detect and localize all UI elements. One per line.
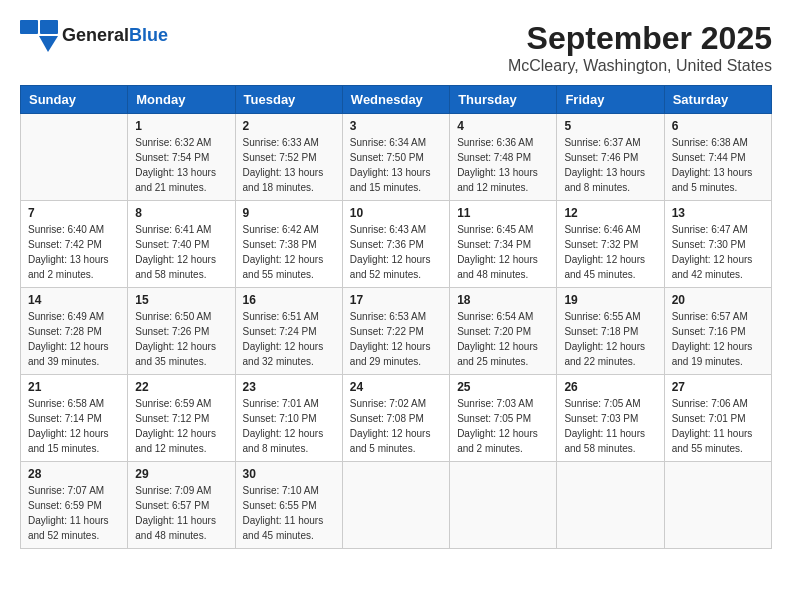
calendar-cell (21, 114, 128, 201)
calendar-cell (557, 462, 664, 549)
day-number: 8 (135, 206, 227, 220)
calendar-cell (450, 462, 557, 549)
calendar-cell: 11Sunrise: 6:45 AM Sunset: 7:34 PM Dayli… (450, 201, 557, 288)
day-header-monday: Monday (128, 86, 235, 114)
day-number: 28 (28, 467, 120, 481)
calendar-cell: 29Sunrise: 7:09 AM Sunset: 6:57 PM Dayli… (128, 462, 235, 549)
calendar-cell: 13Sunrise: 6:47 AM Sunset: 7:30 PM Dayli… (664, 201, 771, 288)
day-info: Sunrise: 6:46 AM Sunset: 7:32 PM Dayligh… (564, 222, 656, 282)
day-info: Sunrise: 6:58 AM Sunset: 7:14 PM Dayligh… (28, 396, 120, 456)
day-info: Sunrise: 7:05 AM Sunset: 7:03 PM Dayligh… (564, 396, 656, 456)
calendar-cell: 28Sunrise: 7:07 AM Sunset: 6:59 PM Dayli… (21, 462, 128, 549)
day-number: 3 (350, 119, 442, 133)
day-info: Sunrise: 7:06 AM Sunset: 7:01 PM Dayligh… (672, 396, 764, 456)
calendar-cell: 19Sunrise: 6:55 AM Sunset: 7:18 PM Dayli… (557, 288, 664, 375)
day-info: Sunrise: 6:32 AM Sunset: 7:54 PM Dayligh… (135, 135, 227, 195)
day-number: 7 (28, 206, 120, 220)
svg-rect-0 (20, 20, 38, 34)
day-number: 5 (564, 119, 656, 133)
day-info: Sunrise: 6:55 AM Sunset: 7:18 PM Dayligh… (564, 309, 656, 369)
day-number: 18 (457, 293, 549, 307)
day-info: Sunrise: 6:37 AM Sunset: 7:46 PM Dayligh… (564, 135, 656, 195)
day-header-friday: Friday (557, 86, 664, 114)
calendar-cell: 16Sunrise: 6:51 AM Sunset: 7:24 PM Dayli… (235, 288, 342, 375)
calendar-week-row: 7Sunrise: 6:40 AM Sunset: 7:42 PM Daylig… (21, 201, 772, 288)
calendar-cell: 24Sunrise: 7:02 AM Sunset: 7:08 PM Dayli… (342, 375, 449, 462)
page-header: GeneralBlue September 2025 McCleary, Was… (20, 20, 772, 75)
calendar-cell: 5Sunrise: 6:37 AM Sunset: 7:46 PM Daylig… (557, 114, 664, 201)
days-header-row: SundayMondayTuesdayWednesdayThursdayFrid… (21, 86, 772, 114)
day-number: 14 (28, 293, 120, 307)
day-info: Sunrise: 7:07 AM Sunset: 6:59 PM Dayligh… (28, 483, 120, 543)
calendar-cell: 15Sunrise: 6:50 AM Sunset: 7:26 PM Dayli… (128, 288, 235, 375)
calendar-cell: 1Sunrise: 6:32 AM Sunset: 7:54 PM Daylig… (128, 114, 235, 201)
day-info: Sunrise: 7:01 AM Sunset: 7:10 PM Dayligh… (243, 396, 335, 456)
day-info: Sunrise: 6:47 AM Sunset: 7:30 PM Dayligh… (672, 222, 764, 282)
day-number: 1 (135, 119, 227, 133)
day-number: 11 (457, 206, 549, 220)
calendar-subtitle: McCleary, Washington, United States (508, 57, 772, 75)
logo-general-text: General (62, 25, 129, 45)
day-number: 23 (243, 380, 335, 394)
calendar-header: SundayMondayTuesdayWednesdayThursdayFrid… (21, 86, 772, 114)
logo-blue-text: Blue (129, 25, 168, 45)
calendar-cell: 9Sunrise: 6:42 AM Sunset: 7:38 PM Daylig… (235, 201, 342, 288)
day-header-wednesday: Wednesday (342, 86, 449, 114)
day-info: Sunrise: 6:36 AM Sunset: 7:48 PM Dayligh… (457, 135, 549, 195)
calendar-week-row: 1Sunrise: 6:32 AM Sunset: 7:54 PM Daylig… (21, 114, 772, 201)
calendar-cell: 10Sunrise: 6:43 AM Sunset: 7:36 PM Dayli… (342, 201, 449, 288)
calendar-cell: 8Sunrise: 6:41 AM Sunset: 7:40 PM Daylig… (128, 201, 235, 288)
day-header-saturday: Saturday (664, 86, 771, 114)
day-number: 2 (243, 119, 335, 133)
day-header-thursday: Thursday (450, 86, 557, 114)
day-info: Sunrise: 6:59 AM Sunset: 7:12 PM Dayligh… (135, 396, 227, 456)
day-number: 16 (243, 293, 335, 307)
day-info: Sunrise: 6:54 AM Sunset: 7:20 PM Dayligh… (457, 309, 549, 369)
day-number: 10 (350, 206, 442, 220)
calendar-cell (664, 462, 771, 549)
day-info: Sunrise: 6:53 AM Sunset: 7:22 PM Dayligh… (350, 309, 442, 369)
day-info: Sunrise: 6:42 AM Sunset: 7:38 PM Dayligh… (243, 222, 335, 282)
calendar-week-row: 14Sunrise: 6:49 AM Sunset: 7:28 PM Dayli… (21, 288, 772, 375)
calendar-cell: 27Sunrise: 7:06 AM Sunset: 7:01 PM Dayli… (664, 375, 771, 462)
calendar-cell: 4Sunrise: 6:36 AM Sunset: 7:48 PM Daylig… (450, 114, 557, 201)
calendar-cell: 2Sunrise: 6:33 AM Sunset: 7:52 PM Daylig… (235, 114, 342, 201)
day-info: Sunrise: 6:40 AM Sunset: 7:42 PM Dayligh… (28, 222, 120, 282)
calendar-cell: 26Sunrise: 7:05 AM Sunset: 7:03 PM Dayli… (557, 375, 664, 462)
day-info: Sunrise: 6:45 AM Sunset: 7:34 PM Dayligh… (457, 222, 549, 282)
day-number: 26 (564, 380, 656, 394)
calendar-week-row: 21Sunrise: 6:58 AM Sunset: 7:14 PM Dayli… (21, 375, 772, 462)
day-info: Sunrise: 6:41 AM Sunset: 7:40 PM Dayligh… (135, 222, 227, 282)
day-info: Sunrise: 6:57 AM Sunset: 7:16 PM Dayligh… (672, 309, 764, 369)
calendar-cell: 22Sunrise: 6:59 AM Sunset: 7:12 PM Dayli… (128, 375, 235, 462)
day-number: 4 (457, 119, 549, 133)
day-info: Sunrise: 6:43 AM Sunset: 7:36 PM Dayligh… (350, 222, 442, 282)
logo-icon (20, 20, 58, 52)
day-number: 15 (135, 293, 227, 307)
calendar-cell: 7Sunrise: 6:40 AM Sunset: 7:42 PM Daylig… (21, 201, 128, 288)
day-info: Sunrise: 7:10 AM Sunset: 6:55 PM Dayligh… (243, 483, 335, 543)
day-header-tuesday: Tuesday (235, 86, 342, 114)
calendar-cell: 3Sunrise: 6:34 AM Sunset: 7:50 PM Daylig… (342, 114, 449, 201)
day-info: Sunrise: 6:34 AM Sunset: 7:50 PM Dayligh… (350, 135, 442, 195)
svg-marker-2 (39, 36, 58, 52)
day-info: Sunrise: 6:51 AM Sunset: 7:24 PM Dayligh… (243, 309, 335, 369)
logo: GeneralBlue (20, 20, 168, 52)
day-number: 22 (135, 380, 227, 394)
day-number: 24 (350, 380, 442, 394)
day-info: Sunrise: 6:33 AM Sunset: 7:52 PM Dayligh… (243, 135, 335, 195)
svg-rect-1 (40, 20, 58, 34)
day-number: 21 (28, 380, 120, 394)
day-number: 17 (350, 293, 442, 307)
calendar-title-block: September 2025 McCleary, Washington, Uni… (508, 20, 772, 75)
day-info: Sunrise: 6:38 AM Sunset: 7:44 PM Dayligh… (672, 135, 764, 195)
calendar-cell: 12Sunrise: 6:46 AM Sunset: 7:32 PM Dayli… (557, 201, 664, 288)
calendar-cell: 23Sunrise: 7:01 AM Sunset: 7:10 PM Dayli… (235, 375, 342, 462)
calendar-week-row: 28Sunrise: 7:07 AM Sunset: 6:59 PM Dayli… (21, 462, 772, 549)
day-number: 19 (564, 293, 656, 307)
day-info: Sunrise: 7:02 AM Sunset: 7:08 PM Dayligh… (350, 396, 442, 456)
day-number: 29 (135, 467, 227, 481)
calendar-cell: 30Sunrise: 7:10 AM Sunset: 6:55 PM Dayli… (235, 462, 342, 549)
calendar-cell (342, 462, 449, 549)
calendar-cell: 14Sunrise: 6:49 AM Sunset: 7:28 PM Dayli… (21, 288, 128, 375)
